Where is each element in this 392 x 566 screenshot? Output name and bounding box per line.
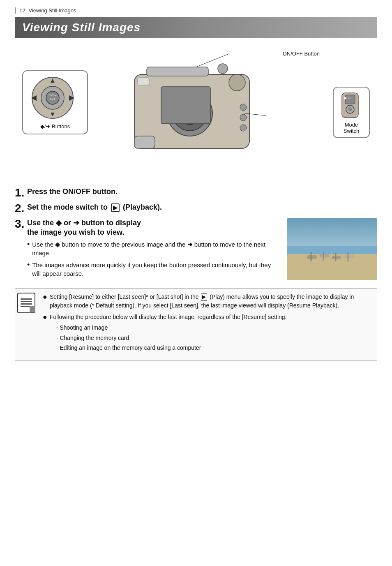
mode-switch-svg: ▶ □	[338, 91, 362, 120]
play-menu-icon: ▶	[201, 293, 207, 301]
step-3-text: Use the ◆ or ➜ button to display the ima…	[27, 218, 141, 238]
step-1-number: 1.	[15, 187, 25, 199]
page-container: 12 Viewing Still Images Viewing Still Im…	[0, 0, 392, 566]
arrow-right-icon: ➜	[73, 219, 81, 227]
svg-rect-32	[311, 252, 312, 262]
svg-point-12	[240, 125, 247, 131]
note-box: ● Setting [Resume] to either [Last seen]…	[15, 288, 377, 361]
steps-container: 1. Press the ON/OFF button. 2. Set the m…	[15, 187, 377, 281]
svg-text:▶: ▶	[69, 94, 75, 101]
step-3: 3. Use the ◆ or ➜ button to display the …	[15, 218, 377, 281]
note-bullet-2: ● Following the procedure below will dis…	[43, 313, 377, 354]
svg-rect-38	[348, 252, 349, 262]
svg-rect-37	[344, 255, 354, 259]
section-title: Viewing Still Images	[22, 21, 370, 34]
note-icon	[15, 293, 38, 313]
step-3-image	[287, 218, 377, 280]
svg-rect-36	[335, 253, 337, 261]
svg-rect-9	[161, 87, 210, 124]
mode-switch-label: Mode Switch	[338, 122, 365, 134]
svg-rect-13	[134, 136, 155, 148]
camera-body	[101, 50, 291, 165]
note-content: ● Setting [Resume] to either [Last seen]…	[43, 293, 377, 356]
svg-point-10	[240, 104, 247, 111]
step-3-left: 3. Use the ◆ or ➜ button to display the …	[15, 218, 279, 281]
step-3-bullet-2: • The images advance more quickly if you…	[27, 261, 279, 278]
note-icon-inner	[17, 293, 35, 313]
note-sub-item-2: - Changing the memory card	[56, 334, 287, 343]
page-header: 12 Viewing Still Images	[15, 7, 377, 14]
svg-rect-33	[320, 254, 329, 257]
svg-rect-34	[323, 252, 324, 261]
mode-switch-callout: ▶ □ Mode Switch	[333, 87, 370, 138]
svg-point-7	[218, 64, 228, 74]
step-3-heading: 3. Use the ◆ or ➜ button to display the …	[15, 218, 279, 238]
svg-point-28	[348, 107, 352, 111]
section-title-bar: Viewing Still Images	[15, 17, 377, 38]
page-header-title: Viewing Still Images	[28, 7, 76, 14]
step-1-text: Press the ON/OFF button.	[27, 187, 118, 196]
control-pad-svg: ▲ ▼ ◀ ▶ FUNC SET	[28, 75, 77, 120]
svg-rect-6	[138, 78, 149, 85]
svg-text:◀: ◀	[31, 94, 37, 101]
camera-svg	[101, 50, 291, 165]
svg-text:FUNC: FUNC	[48, 93, 56, 96]
svg-text:SET: SET	[50, 97, 55, 100]
svg-text:□: □	[348, 96, 350, 100]
step-3-bullet-1: • Use the ◆ button to move to the previo…	[27, 240, 279, 257]
svg-text:▲: ▲	[49, 77, 56, 84]
camera-diagram: ▲ ▼ ◀ ▶ FUNC SET ◆/➜ Buttons ON/OFF Butt…	[15, 46, 377, 177]
step-2-text: Set the mode switch to ▶ (Playback).	[27, 203, 162, 212]
onoff-label: ON/OFF Button	[283, 51, 320, 57]
step-1: 1. Press the ON/OFF button.	[15, 187, 377, 199]
note-bullet-1: ● Setting [Resume] to either [Last seen]…	[43, 293, 377, 310]
arrow-left-icon: ◆	[56, 219, 64, 227]
note-sub-item-3: - Editing an image on the memory card us…	[56, 344, 287, 353]
buttons-label: ◆/➜ Buttons	[28, 123, 82, 129]
svg-rect-31	[307, 255, 317, 259]
step-3-body: • Use the ◆ button to move to the previo…	[27, 240, 279, 278]
button-panel-callout: ▲ ▼ ◀ ▶ FUNC SET ◆/➜ Buttons	[22, 70, 88, 134]
svg-point-8	[229, 74, 245, 91]
svg-text:▼: ▼	[49, 111, 56, 118]
step-3-number: 3.	[15, 218, 25, 230]
note-sub-list: - Shooting an image - Changing the memor…	[56, 323, 287, 353]
page-number: 12	[19, 7, 25, 14]
note-sub-item-1: - Shooting an image	[56, 323, 287, 333]
svg-text:▶: ▶	[344, 96, 347, 100]
bookmark-icon	[30, 306, 35, 313]
svg-point-11	[240, 114, 247, 121]
playback-icon: ▶	[111, 203, 120, 212]
beach-photo	[287, 218, 377, 280]
step-2: 2. Set the mode switch to ▶ (Playback).	[15, 203, 377, 214]
step-2-number: 2.	[15, 203, 25, 214]
svg-rect-5	[147, 67, 208, 76]
